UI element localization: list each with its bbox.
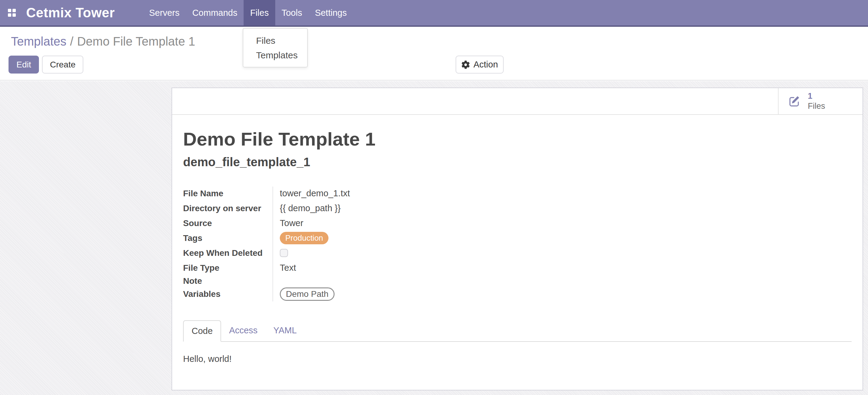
form-sheet: 1 Files Demo File Template 1 demo_file_t… (172, 88, 863, 390)
files-stat-button[interactable]: 1 Files (778, 88, 863, 114)
brand-title[interactable]: Cetmix Tower (26, 5, 115, 20)
field-value-variables: Demo Path (273, 288, 335, 301)
nav-item-servers[interactable]: Servers (143, 0, 186, 26)
field-label-tags: Tags (183, 233, 273, 243)
variable-pill-demo-path[interactable]: Demo Path (280, 288, 335, 301)
top-navbar: Cetmix Tower Servers Commands Files Tool… (0, 0, 868, 27)
breadcrumb: Templates/Demo File Template 1 (11, 35, 195, 48)
tag-production[interactable]: Production (280, 232, 329, 244)
field-label-variables: Variables (183, 289, 273, 299)
field-row-tags: Tags Production (183, 231, 518, 245)
stat-text: 1 Files (808, 91, 825, 111)
apps-grid-square (8, 13, 11, 17)
field-value-source: Tower (273, 218, 303, 228)
tab-access[interactable]: Access (221, 320, 265, 341)
control-panel: Templates/Demo File Template 1 Edit Crea… (0, 27, 868, 80)
apps-grid-square (12, 13, 16, 17)
field-row-directory: Directory on server {{ demo_path }} (183, 201, 518, 216)
record-title: Demo File Template 1 (183, 128, 851, 150)
action-button[interactable]: Action (456, 56, 504, 73)
record-reference: demo_file_template_1 (183, 155, 851, 169)
field-group: File Name tower_demo_1.txt Directory on … (183, 186, 518, 301)
dropdown-item-templates[interactable]: Templates (243, 48, 307, 63)
action-button-label: Action (473, 60, 498, 70)
field-row-variables: Variables Demo Path (183, 287, 518, 301)
field-row-note: Note (183, 275, 518, 287)
nav-item-settings[interactable]: Settings (308, 0, 353, 26)
sheet-body: Demo File Template 1 demo_file_template_… (172, 115, 863, 364)
main-menu: Servers Commands Files Tools Settings (143, 0, 353, 26)
nav-item-tools[interactable]: Tools (275, 0, 309, 26)
nav-item-commands[interactable]: Commands (186, 0, 244, 26)
field-label-source: Source (183, 219, 273, 228)
field-row-source: Source Tower (183, 216, 518, 231)
files-dropdown-menu: Files Templates (243, 28, 308, 67)
content-area: 1 Files Demo File Template 1 demo_file_t… (0, 81, 868, 395)
field-label-directory: Directory on server (183, 204, 273, 213)
dropdown-item-files[interactable]: Files (243, 33, 307, 48)
nav-item-files[interactable]: Files (244, 0, 275, 26)
apps-grid-square (8, 9, 11, 12)
tab-code[interactable]: Code (183, 320, 221, 342)
create-button[interactable]: Create (42, 56, 83, 73)
field-value-file-name: tower_demo_1.txt (273, 188, 350, 198)
keep-when-deleted-checkbox[interactable] (280, 249, 288, 257)
tab-yaml[interactable]: YAML (266, 320, 305, 341)
breadcrumb-current: Demo File Template 1 (77, 35, 195, 48)
field-row-file-type: File Type Text (183, 260, 518, 275)
code-tab-content: Hello, world! (183, 342, 851, 364)
field-label-keep-when-deleted: Keep When Deleted (183, 248, 273, 258)
edit-file-icon (788, 95, 801, 108)
field-label-file-name: File Name (183, 189, 273, 198)
apps-grid-square (12, 9, 16, 12)
control-panel-buttons: Edit Create (8, 56, 83, 73)
field-value-keep-when-deleted (273, 249, 288, 257)
field-row-file-name: File Name tower_demo_1.txt (183, 186, 518, 201)
stat-label: Files (808, 101, 825, 111)
field-label-file-type: File Type (183, 263, 273, 273)
notebook-tabs: Code Access YAML (183, 320, 851, 342)
field-row-keep-when-deleted: Keep When Deleted (183, 245, 518, 260)
field-label-note: Note (183, 276, 273, 286)
field-value-file-type: Text (273, 263, 296, 273)
apps-grid-icon[interactable] (8, 9, 16, 17)
stat-value: 1 (808, 91, 825, 101)
field-value-directory: {{ demo_path }} (273, 203, 341, 213)
breadcrumb-separator: / (70, 35, 73, 48)
button-box-ribbon: 1 Files (172, 88, 863, 115)
field-value-tags: Production (273, 232, 329, 244)
edit-button[interactable]: Edit (8, 56, 39, 73)
breadcrumb-templates-link[interactable]: Templates (11, 35, 66, 48)
gear-icon (461, 61, 470, 69)
